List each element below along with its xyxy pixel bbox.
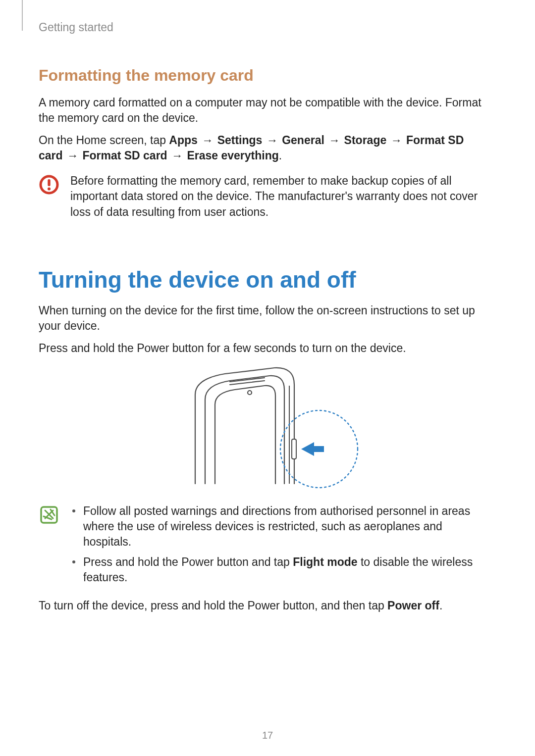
caution-callout: Before formatting the memory card, remem… (39, 173, 490, 219)
format-path: On the Home screen, tap Apps → Settings … (39, 133, 490, 163)
path-step: Format SD card (82, 149, 167, 162)
svg-rect-7 (292, 439, 296, 459)
power-para2: Press and hold the Power button for a fe… (39, 341, 490, 356)
subheading-format: Formatting the memory card (39, 65, 490, 86)
bullet2-bold: Flight mode (293, 555, 357, 568)
note-icon (39, 504, 59, 529)
power-para1: When turning on the device for the first… (39, 303, 490, 334)
arrow-icon: → (198, 134, 217, 147)
closing-pre: To turn off the device, press and hold t… (39, 599, 387, 612)
path-step: Settings (217, 134, 263, 147)
path-step: Erase everything (187, 149, 278, 162)
path-step: Apps (169, 134, 198, 147)
arrow-icon: → (386, 134, 406, 147)
arrow-icon: → (63, 149, 83, 162)
closing-post: . (439, 599, 442, 612)
note-bullet-2: Press and hold the Power button and tap … (70, 554, 490, 585)
arrow-icon: → (167, 149, 187, 162)
margin-tick (22, 0, 23, 31)
svg-point-5 (248, 391, 252, 395)
manual-page: Getting started Formatting the memory ca… (0, 0, 535, 756)
caution-icon (39, 174, 59, 199)
svg-rect-1 (48, 179, 50, 186)
closing-bold: Power off (387, 599, 439, 612)
arrow-icon: → (262, 134, 282, 147)
power-button-illustration (39, 365, 490, 494)
bullet2-pre: Press and hold the Power button and tap (83, 555, 293, 568)
heading-power: Turning the device on and off (39, 264, 490, 295)
format-para1: A memory card formatted on a computer ma… (39, 95, 490, 126)
breadcrumb: Getting started (39, 20, 490, 35)
power-closing: To turn off the device, press and hold t… (39, 598, 490, 613)
arrow-icon: → (324, 134, 344, 147)
note-bullet-1: Follow all posted warnings and direction… (70, 504, 490, 550)
svg-point-2 (48, 188, 51, 191)
page-number: 17 (0, 729, 535, 742)
path-step: General (282, 134, 324, 147)
path-step: Storage (344, 134, 387, 147)
svg-marker-9 (301, 442, 324, 456)
note-text: Follow all posted warnings and direction… (70, 504, 490, 590)
caution-text: Before formatting the memory card, remem… (70, 173, 490, 219)
note-callout: Follow all posted warnings and direction… (39, 504, 490, 590)
